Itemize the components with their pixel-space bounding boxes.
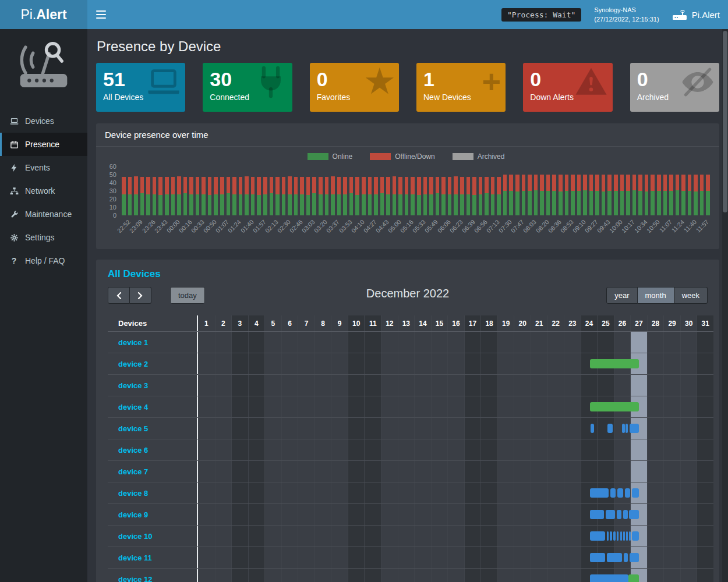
presence-bar[interactable] xyxy=(632,531,638,541)
offline-segment xyxy=(263,177,267,194)
offline-segment xyxy=(239,177,243,194)
y-tick-label: 20 xyxy=(109,196,116,203)
online-segment xyxy=(546,191,550,215)
chart-bar xyxy=(522,166,526,215)
legend-item-archived[interactable]: Archived xyxy=(453,152,505,161)
presence-bar[interactable] xyxy=(607,531,609,541)
offline-segment xyxy=(165,177,169,194)
summary-box-connected[interactable]: 30Connected xyxy=(203,63,292,112)
device-link[interactable]: device 9 xyxy=(118,510,148,519)
online-segment xyxy=(645,191,649,215)
online-segment xyxy=(386,194,390,215)
wrench-icon xyxy=(9,210,19,219)
presence-bar[interactable] xyxy=(606,510,615,519)
legend-label: Offline/Down xyxy=(395,152,434,161)
summary-box-archived[interactable]: 0Archived xyxy=(630,63,719,112)
summary-box-new-devices[interactable]: 1New Devices+ xyxy=(416,63,506,112)
sidebar-item-devices[interactable]: Devices xyxy=(0,109,87,133)
chart-bar xyxy=(509,166,513,215)
device-link[interactable]: device 3 xyxy=(118,381,148,390)
presence-bar[interactable] xyxy=(590,510,604,519)
sidebar-item-settings[interactable]: Settings xyxy=(0,226,87,249)
sidebar-toggle-button[interactable] xyxy=(87,0,114,29)
today-button[interactable]: today xyxy=(170,287,205,304)
view-month-button[interactable]: month xyxy=(638,287,674,304)
app-logo[interactable]: Pi.Alert xyxy=(0,0,87,29)
offline-segment xyxy=(134,176,138,194)
presence-bars-layer xyxy=(198,526,713,546)
sidebar-item-maintenance[interactable]: Maintenance xyxy=(0,203,87,226)
presence-bar[interactable] xyxy=(607,424,613,433)
presence-bar[interactable] xyxy=(629,531,631,541)
online-segment xyxy=(362,194,366,215)
presence-bar[interactable] xyxy=(607,553,622,562)
presence-bar[interactable] xyxy=(623,510,628,519)
presence-bar[interactable] xyxy=(623,531,625,541)
presence-bar[interactable] xyxy=(622,424,625,433)
presence-bar[interactable] xyxy=(626,531,628,541)
presence-bar[interactable] xyxy=(590,574,628,582)
presence-bar[interactable] xyxy=(625,424,628,433)
presence-bar[interactable] xyxy=(625,488,630,498)
router-icon xyxy=(672,9,687,20)
device-link[interactable]: device 5 xyxy=(118,424,148,433)
device-link[interactable]: device 6 xyxy=(118,446,148,455)
sidebar-item-presence[interactable]: Presence xyxy=(0,133,87,156)
chart-bar xyxy=(552,166,556,215)
summary-box-all-devices[interactable]: 51All Devices xyxy=(96,63,185,112)
device-link[interactable]: device 1 xyxy=(118,338,148,347)
device-link[interactable]: device 2 xyxy=(118,360,148,368)
sidebar-item-help-faq[interactable]: ?Help / FAQ xyxy=(0,249,87,272)
presence-bar[interactable] xyxy=(610,488,616,498)
sidebar-item-events[interactable]: Events xyxy=(0,156,87,179)
presence-bar[interactable] xyxy=(624,553,628,562)
presence-bar[interactable] xyxy=(590,402,638,411)
device-link[interactable]: device 7 xyxy=(118,467,148,476)
legend-swatch xyxy=(453,153,473,160)
presence-bar[interactable] xyxy=(630,553,639,562)
presence-bar[interactable] xyxy=(617,531,619,541)
view-week-button[interactable]: week xyxy=(674,287,708,304)
device-row: device 6 xyxy=(108,439,713,461)
chart-x-axis: 22:5223:0923:2623:4300:0000:1600:3300:50… xyxy=(121,215,711,243)
presence-bar[interactable] xyxy=(590,531,605,541)
prev-button[interactable] xyxy=(108,287,130,304)
presence-bar[interactable] xyxy=(613,531,615,541)
offline-segment xyxy=(257,177,261,195)
legend-item-offline-down[interactable]: Offline/Down xyxy=(370,152,434,161)
presence-bar[interactable] xyxy=(590,553,605,562)
chart-bar xyxy=(571,166,575,215)
scrollbar-thumb[interactable] xyxy=(723,31,727,212)
online-segment xyxy=(700,191,704,215)
view-year-button[interactable]: year xyxy=(606,287,637,304)
header-brand-link[interactable]: Pi.Alert xyxy=(672,9,720,20)
day-header: 16 xyxy=(447,315,464,331)
device-link[interactable]: device 10 xyxy=(118,532,153,541)
presence-bar[interactable] xyxy=(617,488,623,498)
presence-bar[interactable] xyxy=(617,510,621,519)
presence-bar[interactable] xyxy=(630,424,639,433)
device-link[interactable]: device 12 xyxy=(118,575,153,582)
presence-bar[interactable] xyxy=(590,359,638,368)
presence-bar[interactable] xyxy=(629,510,639,519)
chart-bar xyxy=(232,166,236,215)
presence-bar[interactable] xyxy=(590,488,609,498)
online-segment xyxy=(134,194,138,215)
sidebar-item-network[interactable]: Network xyxy=(0,179,87,203)
legend-item-online[interactable]: Online xyxy=(308,152,353,161)
summary-box-favorites[interactable]: 0Favorites★ xyxy=(310,63,399,112)
chart-bar xyxy=(479,166,483,215)
chart-bar xyxy=(515,166,520,215)
next-button[interactable] xyxy=(130,287,151,304)
device-link[interactable]: device 4 xyxy=(118,403,148,411)
presence-bar[interactable] xyxy=(591,424,594,433)
chart-bar xyxy=(171,166,175,215)
summary-box-down-alerts[interactable]: 0Down Alerts xyxy=(523,63,612,112)
presence-bar[interactable] xyxy=(610,531,612,541)
device-link[interactable]: device 8 xyxy=(118,489,148,498)
device-link[interactable]: device 11 xyxy=(118,553,152,562)
presence-bar[interactable] xyxy=(620,531,622,541)
presence-bar[interactable] xyxy=(628,574,638,582)
presence-bar[interactable] xyxy=(632,488,639,498)
device-row: device 12 xyxy=(108,569,713,582)
